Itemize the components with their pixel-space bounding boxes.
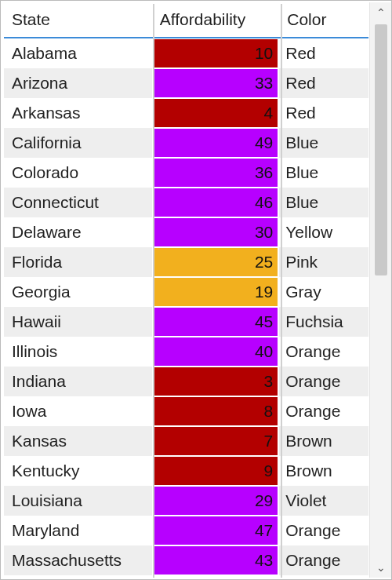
table-row[interactable]: Alabama10Red xyxy=(4,38,368,68)
column-divider xyxy=(281,4,282,578)
cell-state[interactable]: Colorado xyxy=(4,158,152,188)
table-row[interactable]: Arizona33Red xyxy=(4,68,368,98)
cell-state[interactable]: Georgia xyxy=(4,277,152,307)
table-row[interactable]: Hawaii45Fuchsia xyxy=(4,307,368,337)
affordability-value: 45 xyxy=(154,308,278,336)
table-row[interactable]: Connecticut46Blue xyxy=(4,188,368,217)
cell-state[interactable]: Indiana xyxy=(4,367,152,396)
affordability-value: 40 xyxy=(154,337,278,366)
cell-state[interactable]: Iowa xyxy=(4,396,152,426)
cell-state[interactable]: Illinois xyxy=(4,337,152,367)
data-table: State Affordability Color Alabama10RedAr… xyxy=(4,2,368,575)
cell-affordability[interactable]: 30 xyxy=(152,217,279,247)
cell-affordability[interactable]: 43 xyxy=(152,545,279,575)
col-header-state[interactable]: State xyxy=(4,2,152,38)
cell-color[interactable]: Red xyxy=(279,68,368,98)
cell-state[interactable]: Kansas xyxy=(4,426,152,456)
cell-state[interactable]: Louisiana xyxy=(4,486,152,516)
cell-affordability[interactable]: 45 xyxy=(152,307,279,337)
scroll-down-button[interactable]: ⌄ xyxy=(370,557,392,578)
cell-state[interactable]: Florida xyxy=(4,247,152,277)
cell-color[interactable]: Orange xyxy=(279,367,368,396)
cell-color[interactable]: Orange xyxy=(279,396,368,426)
cell-affordability[interactable]: 9 xyxy=(152,456,279,486)
cell-color[interactable]: Orange xyxy=(279,545,368,575)
table-row[interactable]: Maryland47Orange xyxy=(4,516,368,545)
cell-color[interactable]: Yellow xyxy=(279,217,368,247)
table-row[interactable]: Kansas7Brown xyxy=(4,426,368,456)
table-viewport: State Affordability Color Alabama10RedAr… xyxy=(4,2,368,578)
cell-affordability[interactable]: 3 xyxy=(152,367,279,396)
cell-state[interactable]: Connecticut xyxy=(4,188,152,217)
cell-state[interactable]: Arizona xyxy=(4,68,152,98)
header-row: State Affordability Color xyxy=(4,2,368,38)
cell-color[interactable]: Red xyxy=(279,98,368,128)
affordability-value: 3 xyxy=(154,367,278,396)
cell-affordability[interactable]: 49 xyxy=(152,128,279,158)
affordability-value: 47 xyxy=(154,516,278,545)
affordability-value: 19 xyxy=(154,278,278,306)
cell-color[interactable]: Orange xyxy=(279,516,368,545)
cell-affordability[interactable]: 4 xyxy=(152,98,279,128)
cell-affordability[interactable]: 19 xyxy=(152,277,279,307)
cell-state[interactable]: Massachusetts xyxy=(4,545,152,575)
cell-state[interactable]: Arkansas xyxy=(4,98,152,128)
scroll-up-button[interactable]: ⌃ xyxy=(370,2,392,23)
cell-affordability[interactable]: 46 xyxy=(152,188,279,217)
table-row[interactable]: Colorado36Blue xyxy=(4,158,368,188)
table-window: State Affordability Color Alabama10RedAr… xyxy=(0,0,392,580)
cell-color[interactable]: Brown xyxy=(279,456,368,486)
cell-color[interactable]: Gray xyxy=(279,277,368,307)
affordability-value: 8 xyxy=(154,397,278,425)
affordability-value: 9 xyxy=(154,457,278,485)
table-row[interactable]: California49Blue xyxy=(4,128,368,158)
cell-color[interactable]: Red xyxy=(279,38,368,68)
cell-affordability[interactable]: 36 xyxy=(152,158,279,188)
affordability-value: 49 xyxy=(154,129,278,157)
affordability-value: 33 xyxy=(154,69,278,97)
cell-affordability[interactable]: 47 xyxy=(152,516,279,545)
table-row[interactable]: Illinois40Orange xyxy=(4,337,368,367)
table-row[interactable]: Arkansas4Red xyxy=(4,98,368,128)
table-row[interactable]: Florida25Pink xyxy=(4,247,368,277)
affordability-value: 30 xyxy=(154,218,278,246)
affordability-value: 46 xyxy=(154,188,278,217)
table-row[interactable]: Iowa8Orange xyxy=(4,396,368,426)
cell-affordability[interactable]: 7 xyxy=(152,426,279,456)
cell-affordability[interactable]: 33 xyxy=(152,68,279,98)
affordability-value: 29 xyxy=(154,487,278,515)
cell-color[interactable]: Blue xyxy=(279,188,368,217)
column-divider xyxy=(153,4,154,578)
cell-color[interactable]: Orange xyxy=(279,337,368,367)
table-row[interactable]: Louisiana29Violet xyxy=(4,486,368,516)
cell-color[interactable]: Blue xyxy=(279,128,368,158)
cell-color[interactable]: Fuchsia xyxy=(279,307,368,337)
cell-state[interactable]: Delaware xyxy=(4,217,152,247)
col-header-affordability[interactable]: Affordability xyxy=(152,2,279,38)
cell-affordability[interactable]: 29 xyxy=(152,486,279,516)
cell-color[interactable]: Brown xyxy=(279,426,368,456)
cell-state[interactable]: Kentucky xyxy=(4,456,152,486)
cell-state[interactable]: Hawaii xyxy=(4,307,152,337)
vertical-scrollbar[interactable]: ⌃ ⌄ xyxy=(369,2,391,578)
cell-affordability[interactable]: 25 xyxy=(152,247,279,277)
affordability-value: 36 xyxy=(154,159,278,187)
table-row[interactable]: Indiana3Orange xyxy=(4,367,368,396)
cell-state[interactable]: California xyxy=(4,128,152,158)
table-row[interactable]: Delaware30Yellow xyxy=(4,217,368,247)
table-row[interactable]: Kentucky9Brown xyxy=(4,456,368,486)
col-header-color[interactable]: Color xyxy=(279,2,368,38)
cell-state[interactable]: Maryland xyxy=(4,516,152,545)
scroll-thumb[interactable] xyxy=(375,24,387,275)
chevron-down-icon: ⌄ xyxy=(376,561,386,574)
cell-affordability[interactable]: 40 xyxy=(152,337,279,367)
cell-affordability[interactable]: 10 xyxy=(152,38,279,68)
table-row[interactable]: Massachusetts43Orange xyxy=(4,545,368,575)
cell-color[interactable]: Pink xyxy=(279,247,368,277)
cell-color[interactable]: Blue xyxy=(279,158,368,188)
cell-color[interactable]: Violet xyxy=(279,486,368,516)
cell-affordability[interactable]: 8 xyxy=(152,396,279,426)
cell-state[interactable]: Alabama xyxy=(4,38,152,68)
affordability-value: 43 xyxy=(154,546,278,575)
table-row[interactable]: Georgia19Gray xyxy=(4,277,368,307)
